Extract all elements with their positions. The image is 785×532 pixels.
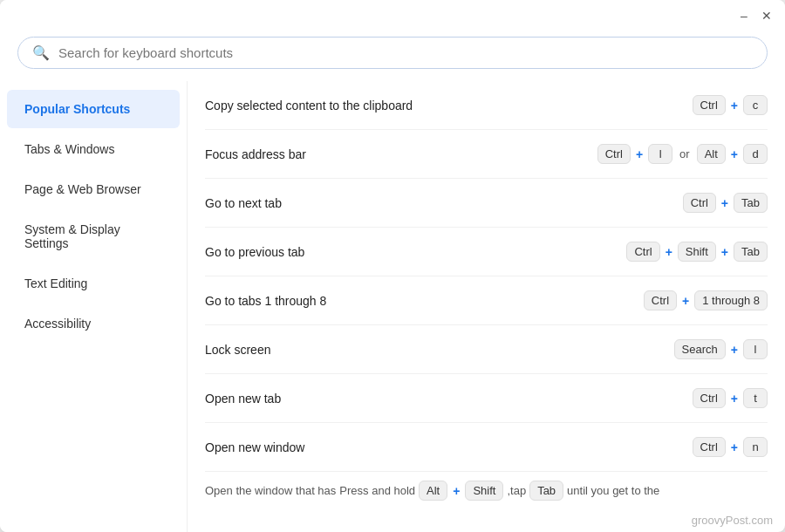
shortcut-row: Copy selected content to the clipboardCt… bbox=[205, 81, 768, 130]
key-badge: l bbox=[743, 339, 768, 359]
key-badge: l bbox=[648, 144, 672, 164]
key-badge: d bbox=[743, 144, 768, 164]
last-shortcut-row: Open the window that has Press and hold … bbox=[205, 472, 768, 506]
plus-separator: + bbox=[729, 392, 740, 406]
shortcuts-list: Copy selected content to the clipboardCt… bbox=[188, 81, 785, 532]
plus-separator: + bbox=[720, 245, 730, 259]
shortcut-keys: Ctrl+c bbox=[693, 95, 768, 115]
plus-separator: + bbox=[729, 343, 740, 357]
sidebar-item-text[interactable]: Text Editing bbox=[7, 264, 180, 303]
last-row-desc: Open the window that has bbox=[205, 484, 336, 497]
sidebar-item-system[interactable]: System & Display Settings bbox=[7, 210, 180, 263]
key-badge: 1 through 8 bbox=[694, 290, 768, 310]
key-badge: Ctrl bbox=[693, 437, 726, 457]
watermark: groovyPost.com bbox=[692, 514, 773, 527]
sidebar-item-page[interactable]: Page & Web Browser bbox=[7, 170, 180, 208]
shortcut-description: Open new window bbox=[205, 440, 693, 454]
plus-separator: + bbox=[451, 484, 461, 498]
shortcut-description: Go to tabs 1 through 8 bbox=[205, 294, 644, 308]
key-badge: t bbox=[743, 388, 768, 408]
search-container: 🔍 bbox=[0, 31, 785, 81]
shortcut-keys: Ctrl+1 through 8 bbox=[644, 290, 768, 310]
key-badge: Search bbox=[674, 339, 726, 359]
key-badge: Alt bbox=[697, 144, 726, 164]
shortcut-row: Go to tabs 1 through 8Ctrl+1 through 8 bbox=[205, 276, 768, 325]
shortcut-description: Lock screen bbox=[205, 343, 674, 357]
plus-separator: + bbox=[680, 294, 691, 308]
shortcut-row: Go to next tabCtrl+Tab bbox=[205, 179, 768, 228]
plus-separator: + bbox=[729, 147, 740, 161]
main-content: Popular Shortcuts Tabs & Windows Page & … bbox=[0, 81, 785, 532]
key-badge: Ctrl bbox=[626, 242, 659, 262]
shortcut-keys: Ctrl+Tab bbox=[683, 193, 768, 213]
last-row-suffix: until you get to the bbox=[567, 484, 659, 497]
app-window: – ✕ 🔍 Popular Shortcuts Tabs & Windows P… bbox=[0, 0, 785, 532]
plus-separator: + bbox=[729, 440, 740, 454]
sidebar-item-tabs[interactable]: Tabs & Windows bbox=[7, 130, 180, 168]
last-row-prefix: Press and hold bbox=[339, 484, 415, 497]
shortcut-keys: Ctrl+t bbox=[693, 388, 768, 408]
shortcut-row: Open new tabCtrl+t bbox=[205, 374, 768, 423]
plus-separator: + bbox=[634, 147, 645, 161]
key-badge: c bbox=[743, 95, 768, 115]
key-badge: Ctrl bbox=[693, 388, 726, 408]
shortcut-description: Open new tab bbox=[205, 392, 693, 406]
search-icon: 🔍 bbox=[32, 44, 50, 61]
shortcut-row: Focus address barCtrl+lorAlt+d bbox=[205, 130, 768, 179]
key-badge: Ctrl bbox=[693, 95, 726, 115]
shortcut-keys: Ctrl+lorAlt+d bbox=[597, 144, 768, 164]
plus-separator: + bbox=[729, 99, 740, 113]
key-badge: Ctrl bbox=[683, 193, 716, 213]
shortcut-row: Open new windowCtrl+n bbox=[205, 423, 768, 472]
sidebar: Popular Shortcuts Tabs & Windows Page & … bbox=[0, 81, 188, 532]
sidebar-item-popular[interactable]: Popular Shortcuts bbox=[7, 90, 180, 128]
sidebar-item-accessibility[interactable]: Accessibility bbox=[7, 304, 180, 343]
key-badge: Shift bbox=[678, 242, 716, 262]
key-badge: Shift bbox=[465, 481, 503, 501]
key-badge: Alt bbox=[419, 481, 447, 501]
shortcut-description: Focus address bar bbox=[205, 147, 597, 161]
search-input[interactable] bbox=[58, 45, 753, 60]
plus-separator: + bbox=[664, 245, 674, 259]
shortcut-keys: Search+l bbox=[674, 339, 768, 359]
key-badge: Ctrl bbox=[597, 144, 631, 164]
minimize-button[interactable]: – bbox=[736, 8, 752, 24]
or-separator: or bbox=[676, 147, 693, 160]
shortcut-description: Go to previous tab bbox=[205, 245, 626, 259]
shortcut-keys: Ctrl+n bbox=[693, 437, 768, 457]
shortcut-keys: Ctrl+Shift+Tab bbox=[626, 242, 768, 262]
title-bar: – ✕ bbox=[0, 0, 785, 31]
key-badge: Tab bbox=[529, 481, 563, 501]
key-badge: Ctrl bbox=[644, 290, 677, 310]
plus-separator: + bbox=[720, 196, 730, 210]
shortcut-row: Lock screenSearch+l bbox=[205, 325, 768, 374]
tap-label: ,tap bbox=[507, 484, 526, 497]
shortcut-description: Go to next tab bbox=[205, 196, 683, 210]
key-badge: n bbox=[743, 437, 768, 457]
shortcut-row: Go to previous tabCtrl+Shift+Tab bbox=[205, 228, 768, 276]
key-badge: Tab bbox=[734, 193, 768, 213]
search-bar: 🔍 bbox=[17, 37, 768, 69]
shortcut-description: Copy selected content to the clipboard bbox=[205, 99, 693, 113]
close-button[interactable]: ✕ bbox=[759, 8, 775, 24]
key-badge: Tab bbox=[734, 242, 768, 262]
